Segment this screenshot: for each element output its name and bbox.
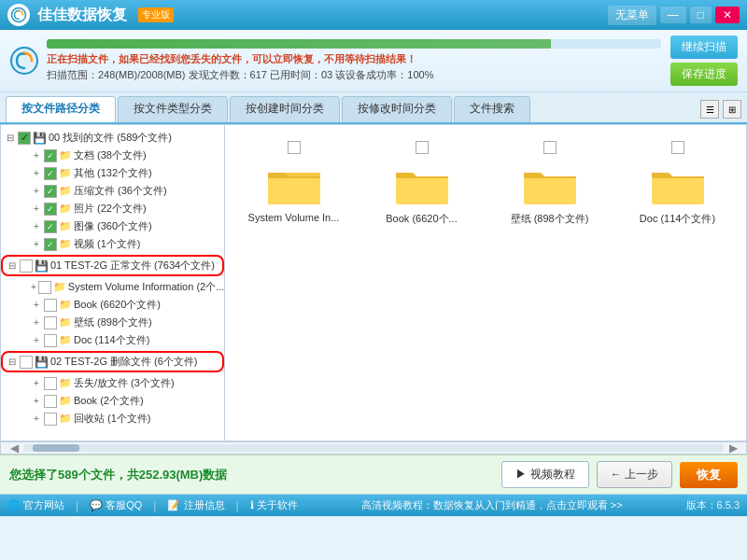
horizontal-scrollbar[interactable]: ◀ ▶ [0,441,747,455]
checkbox-sysvolume[interactable] [38,281,51,294]
tree-item-root2[interactable]: ⊟ 💾 02 TEST-2G 删除文件 (6个文件) [1,351,224,372]
tree-item-docs[interactable]: + ✓ 📁 文档 (38个文件) [27,147,224,164]
app-subtitle: 专业版 [138,7,174,22]
close-button[interactable]: ✕ [715,7,740,23]
hdd-icon-2: 💾 [35,356,49,369]
link-qq[interactable]: 💬 客服QQ [90,498,142,512]
scan-progress-fill [47,39,551,49]
tree-item-wallpaper1[interactable]: + 📁 壁纸 (898个文件) [27,314,224,331]
scan-stats: 扫描范围：248(MB)/2008(MB) 发现文件数：617 已用时间：03 … [47,68,661,82]
checkbox-lost[interactable] [44,377,57,390]
tree-item-images[interactable]: + ✓ 📁 图像 (360个文件) [27,217,224,235]
tab-path[interactable]: 按文件路径分类 [6,96,116,122]
tree-item-zip[interactable]: + ✓ 📁 压缩文件 (36个文件) [27,182,224,200]
prev-step-button[interactable]: ← 上一步 [597,461,672,488]
video-tutorial-button[interactable]: ▶ 视频教程 [501,461,588,488]
folder-icon-lost: 📁 [59,377,72,389]
tree-item-book2[interactable]: + 📁 Book (2个文件) [27,392,224,410]
scrollbar-thumb[interactable] [33,444,79,452]
maximize-button[interactable]: □ [690,7,712,23]
tree-label-doc1: Doc (114个文件) [74,333,149,347]
checkbox-photos[interactable]: ✓ [44,203,57,216]
status-text: 您选择了589个文件，共252.93(MB)数据 [9,467,227,483]
save-progress-button[interactable]: 保存进度 [670,63,738,86]
folder-icon-docs: 📁 [59,149,72,161]
tree-label-root2: 02 TEST-2G 删除文件 (6个文件) [50,355,198,369]
checkbox-wallpaper1[interactable] [44,316,57,329]
file-checkbox-1[interactable] [416,141,429,154]
checkbox-other[interactable]: ✓ [44,167,57,180]
tree-item-root0[interactable]: ⊟ ✓ 💾 00 找到的文件 (589个文件) [1,129,224,147]
hdd-icon: 💾 [33,132,47,145]
minimize-button[interactable]: — [660,7,686,23]
folder-icon-wallpaper1: 📁 [59,316,72,329]
list-view-button[interactable]: ☰ [700,100,719,119]
promo-text: 高清视频教程：数据恢复从入门到精通，点击立即观看 >> [309,498,675,512]
tree-children-0: + ✓ 📁 文档 (38个文件) + ✓ 📁 其他 (132个文件) + ✓ 📁… [27,147,224,253]
file-item-2[interactable]: 壁纸 (898个文件) [490,134,609,232]
checkbox-root2[interactable] [20,356,33,369]
expander-root2: ⊟ [7,357,18,367]
tree-label-lost: 丢失/放文件 (3个文件) [74,376,175,390]
file-item-3[interactable]: Doc (114个文件) [618,134,737,232]
version-text: 版本：6.5.3 [686,498,740,512]
checkbox-video[interactable]: ✓ [44,238,57,251]
file-checkbox-0[interactable] [288,141,301,154]
action-buttons: ▶ 视频教程 ← 上一步 恢复 [501,461,738,488]
tree-item-book1[interactable]: + 📁 Book (6620个文件) [27,296,224,314]
tree-item-lost[interactable]: + 📁 丢失/放文件 (3个文件) [27,374,224,392]
file-label-0: System Volume In... [248,212,340,223]
tab-modify-time[interactable]: 按修改时间分类 [342,96,452,122]
tree-item-doc1[interactable]: + 📁 Doc (114个文件) [27,331,224,349]
menu-button[interactable]: 无菜单 [608,6,656,25]
svg-rect-5 [652,178,704,204]
tree-item-photos[interactable]: + ✓ 📁 照片 (22个文件) [27,200,224,217]
checkbox-images[interactable]: ✓ [44,220,57,233]
recover-button[interactable]: 恢复 [680,462,738,488]
tree-item-sysvolume[interactable]: + 📁 System Volume Information (2个...) [27,278,224,296]
tree-item-other[interactable]: + ✓ 📁 其他 (132个文件) [27,164,224,182]
tree-item-root1[interactable]: ⊟ 💾 01 TEST-2G 正常文件 (7634个文件) [1,255,224,276]
file-item-1[interactable]: Book (6620个... [362,134,481,232]
checkbox-root1[interactable] [20,259,33,273]
scroll-right-btn[interactable]: ▶ [724,441,742,455]
tree-item-recycle[interactable]: + 📁 回收站 (1个文件) [27,410,224,427]
checkbox-zip[interactable]: ✓ [44,185,57,198]
tree-label-zip: 压缩文件 (36个文件) [74,184,167,198]
hdd-icon-1: 💾 [35,259,49,273]
scan-bar: 正在扫描文件，如果已经找到您丢失的文件，可以立即恢复，不用等待扫描结果！ 扫描范… [0,30,747,92]
file-checkbox-2[interactable] [543,141,557,154]
checkbox-docs[interactable]: ✓ [44,149,57,162]
expander-icon: ⊟ [5,133,16,143]
tab-create-time[interactable]: 按创建时间分类 [230,96,340,122]
grid-view-button[interactable]: ⊞ [723,100,741,119]
folder-icon-video: 📁 [59,238,72,250]
view-toggle: ☰ ⊞ [695,96,747,122]
checkbox-root0[interactable]: ✓ [18,132,31,145]
link-about[interactable]: ℹ 关于软件 [250,498,298,512]
link-official[interactable]: 🌐 官方网站 [7,498,64,512]
tree-item-root1-wrapper: ⊟ 💾 01 TEST-2G 正常文件 (7634个文件) [1,255,224,276]
tree-label-recycle: 回收站 (1个文件) [74,412,151,426]
svg-rect-2 [268,178,320,204]
tab-search[interactable]: 文件搜索 [454,96,530,122]
file-item-0[interactable]: System Volume In... [234,134,353,232]
folder-icon-sysvolume: 📁 [53,281,66,293]
link-register[interactable]: 📝 注册信息 [167,498,224,512]
file-label-3: Doc (114个文件) [640,212,715,226]
file-label-2: 壁纸 (898个文件) [511,212,589,226]
checkbox-book1[interactable] [44,299,57,312]
tree-item-root2-wrapper: ⊟ 💾 02 TEST-2G 删除文件 (6个文件) [1,351,224,372]
tree-item-video[interactable]: + ✓ 📁 视频 (1个文件) [27,235,224,253]
checkbox-book2[interactable] [44,395,57,408]
file-label-1: Book (6620个... [386,212,457,226]
svg-rect-4 [524,178,576,204]
continue-scan-button[interactable]: 继续扫描 [670,35,738,59]
folder-icon-book1: 📁 [59,299,72,311]
checkbox-doc1[interactable] [44,334,57,347]
scroll-left-btn[interactable]: ◀ [5,441,23,455]
tree-label-root0: 00 找到的文件 (589个文件) [49,131,172,145]
file-checkbox-3[interactable] [671,141,684,154]
tab-type[interactable]: 按文件类型分类 [118,96,228,122]
checkbox-recycle[interactable] [44,413,57,426]
